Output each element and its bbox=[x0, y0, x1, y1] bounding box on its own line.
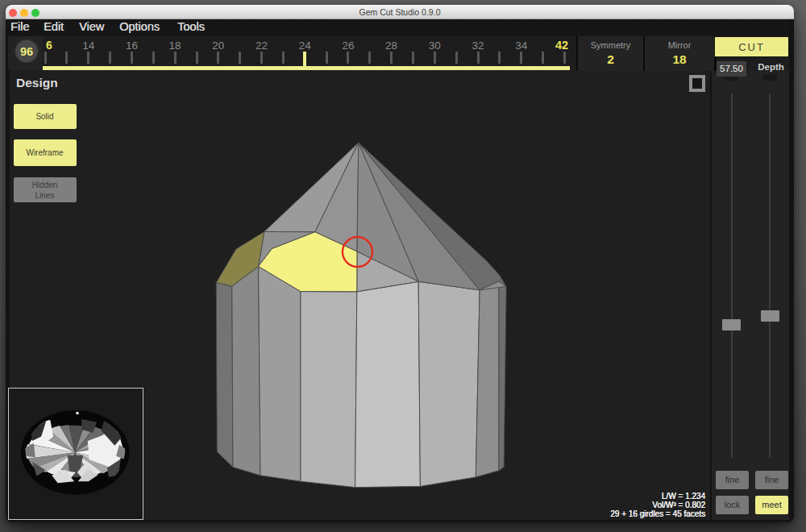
svg-text:96: 96 bbox=[20, 45, 33, 58]
